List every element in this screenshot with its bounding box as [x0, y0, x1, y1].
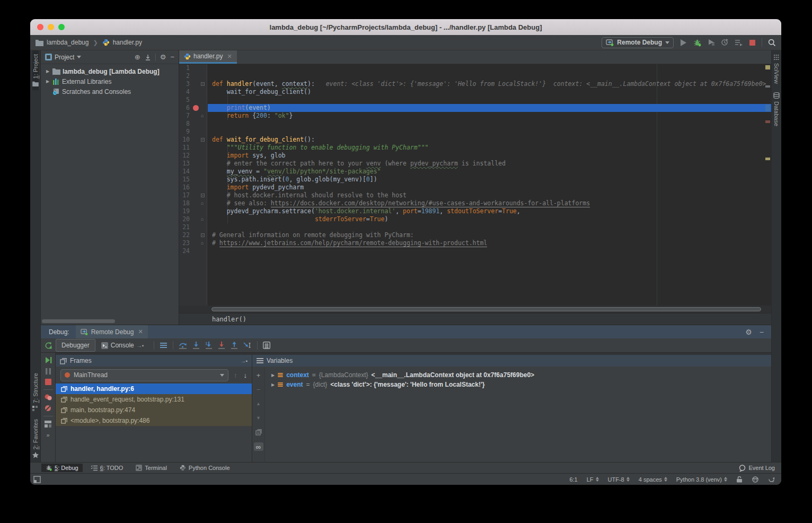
tree-item[interactable]: ▶External Libraries	[41, 76, 179, 86]
code-editor[interactable]: 1234567⌂89101112131415161718⌂1920⌂212223…	[179, 64, 771, 306]
stack-frame-row[interactable]: handle_event_request, bootstrap.py:131	[56, 394, 252, 405]
collapse-all-icon[interactable]	[145, 54, 151, 60]
mute-breakpoints-button[interactable]	[45, 405, 51, 412]
step-out-icon[interactable]	[218, 342, 225, 349]
expand-arrow-icon[interactable]: ▶	[46, 69, 50, 74]
debug-button[interactable]	[693, 38, 701, 47]
sync-status-icon[interactable]: ?	[768, 476, 775, 483]
pin-icon[interactable]: →▪	[240, 358, 248, 364]
tab-console[interactable]: Console →▪	[95, 339, 150, 352]
locate-file-icon[interactable]: ⊕	[135, 53, 140, 61]
encoding-selector[interactable]: UTF-8	[608, 476, 630, 483]
previous-frame-icon[interactable]: ↑	[234, 371, 237, 379]
fold-marker-icon[interactable]	[201, 194, 205, 197]
toolwindow-button-debug[interactable]: 5: Debug	[41, 464, 83, 472]
remove-watch-icon[interactable]: −	[254, 385, 263, 394]
breadcrumb-file[interactable]: handler.py	[113, 39, 142, 46]
variables-menu-icon[interactable]	[257, 358, 263, 363]
step-into-icon[interactable]	[192, 342, 200, 349]
tool-strip-tab[interactable]: 2: Favorites	[32, 415, 39, 462]
toolwindow-button-python[interactable]: Python Console	[175, 464, 234, 472]
tree-item[interactable]: Scratches and Consoles	[41, 86, 179, 97]
stop-debug-button[interactable]	[45, 379, 51, 385]
hide-panel-icon[interactable]: −	[170, 53, 174, 61]
stack-frame-row[interactable]: handler, handler.py:6	[56, 383, 252, 394]
editor-horizontal-scrollbar[interactable]	[179, 306, 771, 313]
close-session-icon[interactable]: ✕	[138, 328, 143, 335]
next-frame-icon[interactable]: ↓	[244, 371, 248, 379]
caret-position[interactable]: 6:1	[569, 476, 577, 483]
variable-row[interactable]: ▶event={dict}<class 'dict'>: {'message':…	[265, 380, 771, 389]
duplicate-watch-icon[interactable]	[254, 428, 263, 437]
interpreter-selector[interactable]: Python 3.8 (venv)	[676, 476, 727, 483]
profiler-button[interactable]	[720, 38, 729, 47]
event-log-button[interactable]: Event Log	[739, 465, 781, 472]
run-with-options-button[interactable]	[734, 38, 743, 47]
fold-marker-icon[interactable]: ⌂	[201, 201, 204, 206]
zoom-window-button[interactable]	[58, 24, 65, 30]
tool-strip-tab[interactable]: Database	[773, 89, 780, 131]
project-horizontal-scrollbar[interactable]	[42, 319, 115, 323]
editor-breadcrumbs[interactable]: handler()	[179, 313, 771, 325]
more-actions-icon[interactable]: »	[46, 432, 49, 438]
fold-marker-icon[interactable]	[201, 233, 205, 237]
run-button[interactable]	[679, 38, 687, 47]
tab-debugger[interactable]: Debugger	[56, 339, 95, 352]
run-to-cursor-icon[interactable]	[243, 342, 252, 349]
expand-arrow-icon[interactable]: ▶	[46, 79, 50, 84]
search-everywhere-icon[interactable]	[767, 38, 776, 47]
editor-gutter[interactable]: 1234567⌂89101112131415161718⌂1920⌂212223…	[179, 64, 207, 306]
tool-strip-tab[interactable]: 7: Structure	[32, 369, 39, 415]
evaluate-expression-icon[interactable]	[263, 342, 270, 349]
pause-button[interactable]	[45, 368, 51, 374]
line-ending-selector[interactable]: LF	[587, 476, 599, 483]
tree-item[interactable]: ▶lambda_debug [Lambda Debug]	[41, 66, 179, 76]
force-step-into-icon[interactable]	[205, 342, 213, 349]
close-window-button[interactable]	[37, 24, 43, 30]
fold-marker-icon[interactable]: ⌂	[201, 217, 204, 222]
editor-tab-handler[interactable]: handler.py ✕	[179, 50, 237, 64]
tool-strip-tab[interactable]: 1: Project	[32, 50, 39, 90]
close-tab-icon[interactable]: ✕	[227, 53, 232, 60]
add-watch-icon[interactable]: +	[254, 371, 263, 379]
fold-marker-icon[interactable]: ⌂	[201, 114, 204, 118]
breakpoint-icon[interactable]	[193, 105, 199, 111]
threads-view-icon[interactable]	[160, 342, 167, 348]
coverage-button[interactable]	[707, 38, 715, 47]
breadcrumb-context[interactable]: handler()	[212, 316, 246, 323]
tool-strip-tab[interactable]: SciView	[773, 50, 780, 89]
expand-arrow-icon[interactable]: ▶	[271, 373, 275, 378]
minimize-window-button[interactable]	[48, 24, 54, 30]
move-down-icon[interactable]: ▼	[254, 414, 263, 422]
thread-selector[interactable]: MainThread	[60, 369, 228, 381]
show-watches-icon[interactable]: ∞	[254, 442, 263, 451]
fold-marker-icon[interactable]: ⌂	[201, 241, 204, 246]
breadcrumb-project[interactable]: lambda_debug	[47, 39, 89, 46]
move-up-icon[interactable]: ▲	[254, 399, 263, 408]
view-breakpoints-button[interactable]	[45, 394, 52, 400]
rerun-button[interactable]	[41, 342, 56, 350]
highlighting-level-icon[interactable]	[752, 476, 759, 483]
toolwindow-button-todo[interactable]: 6: TODO	[87, 464, 128, 472]
expand-arrow-icon[interactable]: ▶	[271, 382, 275, 387]
chevron-down-icon[interactable]	[77, 56, 81, 58]
hide-panel-icon[interactable]: −	[760, 328, 764, 336]
gear-icon[interactable]: ⚙	[160, 53, 166, 61]
fold-marker-icon[interactable]	[201, 82, 205, 86]
toolwindow-toggle-icon[interactable]	[33, 476, 41, 483]
variable-row[interactable]: ▶context={LambdaContext}<__main__.Lambda…	[265, 370, 771, 380]
step-over-icon[interactable]	[179, 342, 187, 349]
toolwindow-button-terminal[interactable]: Terminal	[131, 464, 171, 472]
stack-frame-row[interactable]: main, bootstrap.py:474	[56, 405, 252, 415]
fold-marker-icon[interactable]	[201, 138, 205, 142]
resume-button[interactable]	[45, 356, 52, 364]
indent-selector[interactable]: 4 spaces	[639, 476, 667, 483]
project-panel-title[interactable]: Project	[55, 54, 74, 61]
debug-session-tab[interactable]: Remote Debug ✕	[76, 325, 148, 338]
lock-icon[interactable]	[736, 476, 743, 483]
run-configuration-selector[interactable]: Remote Debug	[602, 37, 674, 48]
stack-frame-row[interactable]: <module>, bootstrap.py:486	[56, 415, 252, 426]
gear-icon[interactable]: ⚙	[745, 328, 752, 336]
stop-button[interactable]	[748, 38, 756, 47]
step-out-up-icon[interactable]	[231, 342, 238, 349]
